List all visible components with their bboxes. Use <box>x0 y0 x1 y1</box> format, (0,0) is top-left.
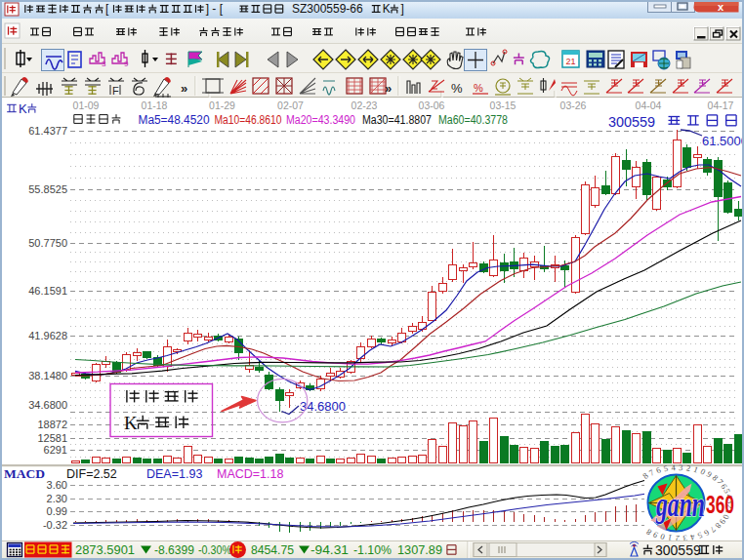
svg-text:MACD: MACD <box>4 466 45 481</box>
svg-text:300559: 300559 <box>608 114 655 130</box>
svg-text:-0.30%: -0.30% <box>198 542 231 557</box>
svg-text:2873.5901: 2873.5901 <box>75 542 135 557</box>
svg-text:3.60: 3.60 <box>47 479 67 491</box>
svg-text:0.99: 0.99 <box>47 505 67 517</box>
svg-text:03-26: 03-26 <box>560 100 587 111</box>
svg-text:MACD=1.18: MACD=1.18 <box>217 467 283 481</box>
svg-text:01-29: 01-29 <box>209 100 235 111</box>
svg-text:-1.10%: -1.10% <box>353 542 392 557</box>
svg-text:38.1480: 38.1480 <box>28 370 67 381</box>
svg-text:300559: 300559 <box>655 542 701 558</box>
svg-text:8454.75: 8454.75 <box>251 542 294 557</box>
svg-text:Ma30=41.8807: Ma30=41.8807 <box>362 113 432 127</box>
svg-text:46.1591: 46.1591 <box>28 285 67 297</box>
svg-text:Ma20=43.3490: Ma20=43.3490 <box>286 113 355 127</box>
svg-text:-94.31: -94.31 <box>310 542 349 557</box>
svg-text:41.9628: 41.9628 <box>28 330 67 341</box>
svg-text:12581: 12581 <box>37 432 67 444</box>
svg-text:01-18: 01-18 <box>142 100 168 111</box>
svg-text:2.30: 2.30 <box>47 493 67 504</box>
svg-text:Ma10=46.8610: Ma10=46.8610 <box>215 113 282 127</box>
svg-text:02-23: 02-23 <box>351 100 378 111</box>
svg-text:-8.6399: -8.6399 <box>154 542 194 557</box>
svg-text:01-09: 01-09 <box>73 100 100 111</box>
svg-text:-0.32: -0.32 <box>43 519 67 531</box>
svg-text:6291: 6291 <box>44 444 67 456</box>
svg-text:DEA=1.93: DEA=1.93 <box>146 467 202 481</box>
svg-text:61.4377: 61.4377 <box>28 125 67 137</box>
svg-text:55.8525: 55.8525 <box>28 183 67 195</box>
svg-text:18872: 18872 <box>37 419 67 430</box>
svg-text:03-06: 03-06 <box>419 100 445 111</box>
svg-text:04-04: 04-04 <box>636 100 662 111</box>
svg-text:50.7750: 50.7750 <box>28 237 67 249</box>
svg-text:Ma60=40.3778: Ma60=40.3778 <box>438 113 508 127</box>
svg-text:1307.89: 1307.89 <box>397 542 442 557</box>
svg-text:04-17: 04-17 <box>708 100 734 111</box>
svg-text:02-07: 02-07 <box>277 100 304 111</box>
svg-text:DIF=2.52: DIF=2.52 <box>66 467 117 481</box>
svg-text:03-15: 03-15 <box>490 100 517 111</box>
svg-text:Ma5=48.4520: Ma5=48.4520 <box>139 113 210 127</box>
svg-text:K: K <box>19 101 27 116</box>
svg-text:34.6800: 34.6800 <box>28 399 67 411</box>
